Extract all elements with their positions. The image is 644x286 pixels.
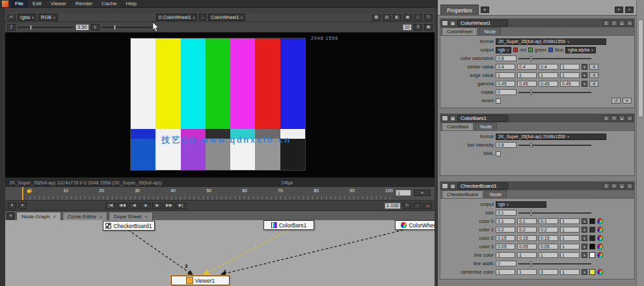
value-field[interactable]: 1 xyxy=(560,244,580,250)
animation-menu-button[interactable]: ▾ xyxy=(582,227,587,233)
play-forward-button[interactable]: ▶ xyxy=(152,203,163,209)
color-saturation-slider[interactable] xyxy=(518,58,591,59)
pin-icon[interactable]: ≡ xyxy=(615,7,623,13)
value-field[interactable]: 0.45 xyxy=(496,81,515,87)
tab-node[interactable]: Node xyxy=(479,27,501,35)
clear-panels-icon[interactable]: × xyxy=(625,7,634,13)
color-picker-button[interactable] xyxy=(597,235,603,241)
current-frame-field[interactable]: 1 xyxy=(396,190,411,196)
stop-button[interactable]: ■ xyxy=(141,203,151,209)
color-picker-button[interactable] xyxy=(597,218,603,224)
color-swatch[interactable] xyxy=(589,227,595,233)
refresh-icon[interactable]: ↻ xyxy=(424,14,433,21)
help-icon[interactable]: ? xyxy=(611,183,617,189)
range-lock-icon[interactable]: ▾ xyxy=(414,190,431,196)
animation-menu-button[interactable]: ▾ xyxy=(582,218,587,224)
next-keyframe-button[interactable]: ▶▶ xyxy=(164,203,174,209)
flipbook-icon[interactable]: ↓ xyxy=(413,203,422,209)
slider-handle[interactable] xyxy=(530,210,532,216)
value-field[interactable]: 0 xyxy=(539,269,558,275)
value-field[interactable]: 0.1 xyxy=(539,218,558,224)
value-field[interactable]: 0.4 xyxy=(517,64,537,70)
value-field[interactable]: 0.45 xyxy=(539,81,558,87)
value-field[interactable]: 1 xyxy=(539,72,558,78)
buffer-b-select[interactable]: ColorWheel1 ▾ xyxy=(208,14,245,21)
value-field[interactable]: 1 xyxy=(496,72,515,78)
fstop-icon[interactable]: ƒ xyxy=(7,24,16,31)
playhead-dot[interactable] xyxy=(27,189,31,193)
record-icon[interactable]: ● xyxy=(423,203,432,209)
tab-properties[interactable]: Properties xyxy=(440,5,479,15)
value-field[interactable]: 0.15 xyxy=(539,235,558,241)
slider-handle[interactable] xyxy=(530,143,532,148)
value-field[interactable]: 1 xyxy=(517,72,537,78)
group-menu-icon[interactable]: ≡ xyxy=(603,183,610,189)
menu-item-viewer[interactable]: Viewer xyxy=(46,0,71,7)
color-picker-button[interactable] xyxy=(597,269,603,275)
node-name-field[interactable]: CheckerBoard1 xyxy=(457,182,508,190)
bar-intensity-slider[interactable] xyxy=(518,145,591,146)
value-field[interactable]: 0.45 xyxy=(560,81,580,87)
float-icon[interactable]: ▴ xyxy=(619,183,625,189)
output-select[interactable]: rgb▾ xyxy=(496,47,511,53)
value-field[interactable]: 0.05 xyxy=(517,244,537,250)
channel-checkbox-red[interactable] xyxy=(513,48,518,52)
menu-item-edit[interactable]: Edit xyxy=(28,0,46,7)
value-field[interactable]: 1 xyxy=(560,235,580,241)
line-width-slider[interactable] xyxy=(518,263,591,265)
tab-node[interactable]: Node xyxy=(475,122,497,130)
value-field[interactable]: 0.2 xyxy=(517,227,537,233)
knob-button[interactable]: ↺ xyxy=(611,98,621,104)
value-field[interactable]: 1 xyxy=(496,269,515,275)
size-field[interactable]: 0.1 xyxy=(496,210,517,216)
color-swatch[interactable] xyxy=(589,269,595,275)
expand-rgba-button[interactable]: 4 xyxy=(589,81,598,87)
node-color-chip[interactable] xyxy=(442,20,448,26)
value-field[interactable]: 0.4 xyxy=(539,64,558,70)
scrollbar-thumb[interactable] xyxy=(638,20,643,117)
value-field[interactable]: 0.2 xyxy=(496,227,515,233)
line-width-field[interactable]: 0 xyxy=(496,261,517,266)
value-field[interactable]: 1 xyxy=(539,252,558,258)
menu-item-file[interactable]: File xyxy=(10,0,28,7)
float-icon[interactable]: ▴ xyxy=(619,20,625,26)
slider-handle[interactable] xyxy=(30,25,32,30)
color-picker-button[interactable] xyxy=(597,252,603,258)
value-field[interactable]: 0.4 xyxy=(496,64,515,70)
fps-select[interactable]: ▾ xyxy=(18,203,27,209)
animation-menu-button[interactable]: ▾ xyxy=(582,252,587,258)
gain-slider[interactable] xyxy=(18,27,74,28)
tab-colorwheel[interactable]: ColorWheel xyxy=(442,27,477,35)
zoom-field[interactable]: 10 xyxy=(403,24,412,31)
tab-node[interactable]: Node xyxy=(485,190,507,198)
color-swatch[interactable] xyxy=(589,244,595,250)
help-icon[interactable]: ? xyxy=(611,20,617,26)
wipe-mode-select[interactable]: - xyxy=(199,14,206,21)
slider-handle[interactable] xyxy=(530,90,532,95)
slider-handle[interactable] xyxy=(530,261,532,266)
menu-item-help[interactable]: Help xyxy=(121,0,141,7)
menu-item-cache[interactable]: Cache xyxy=(97,0,121,7)
node-name-field[interactable]: ColorWheel1 xyxy=(457,20,508,27)
node-color-chip[interactable] xyxy=(442,183,448,189)
gamma-slider[interactable] xyxy=(101,27,157,28)
tab-dope-sheet[interactable]: Dope Sheet × xyxy=(109,212,152,220)
value-field[interactable]: 0.2 xyxy=(539,227,558,233)
menu-item-render[interactable]: Render xyxy=(71,0,97,7)
value-field[interactable]: 0.15 xyxy=(496,235,515,241)
channel-checkbox-green[interactable] xyxy=(528,48,533,52)
postage-stamp-icon[interactable]: ▦ xyxy=(449,20,456,26)
value-field[interactable]: 1 xyxy=(496,252,515,258)
tab-checkerboard[interactable]: CheckerBoard xyxy=(442,190,483,198)
rotate-slider[interactable] xyxy=(518,92,591,93)
rotate-field[interactable]: 0 xyxy=(496,89,517,95)
node-checkerboard1[interactable]: CheckerBoard1 xyxy=(103,221,155,231)
expand-rgba-button[interactable]: 4 xyxy=(589,72,598,78)
node-viewer1[interactable]: Viewer1 xyxy=(171,276,230,285)
close-icon[interactable]: × xyxy=(626,20,633,26)
value-field[interactable]: 1 xyxy=(560,252,580,258)
value-field[interactable]: 1 xyxy=(560,269,580,275)
slider-handle[interactable] xyxy=(530,56,532,61)
float-icon[interactable]: ▴ xyxy=(619,115,625,121)
value-field[interactable]: 1 xyxy=(560,64,580,70)
